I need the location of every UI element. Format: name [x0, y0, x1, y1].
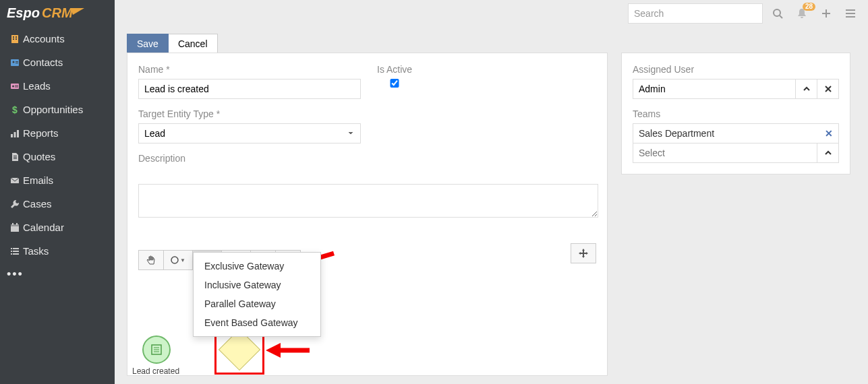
quick-create-icon[interactable] [817, 4, 836, 23]
svg-rect-10 [16, 63, 18, 63]
sidebar-item-accounts[interactable]: Accounts [0, 27, 115, 51]
svg-rect-2 [11, 35, 18, 43]
sidebar-item-tasks[interactable]: Tasks [0, 239, 115, 263]
sidebar-item-label: Quotes [23, 151, 108, 162]
sidebar-item-calendar[interactable]: Calendar [0, 216, 115, 239]
svg-rect-13 [15, 85, 18, 86]
sidebar-item-reports[interactable]: Reports [0, 121, 115, 145]
sidebar: EspoCRM AccountsContactsLeads$Opportunit… [0, 0, 115, 384]
svg-rect-3 [13, 36, 14, 38]
svg-rect-4 [16, 36, 17, 38]
bpmn-start-event-label: Lead created [132, 366, 179, 376]
action-bar: Save Cancel [127, 34, 218, 54]
menu-exclusive-gateway[interactable]: Exclusive Gateway [194, 257, 320, 276]
teams-select-button[interactable] [817, 143, 839, 163]
save-button[interactable]: Save [127, 34, 169, 54]
tasks-icon [7, 247, 23, 256]
svg-rect-16 [11, 134, 13, 137]
sidebar-item-opportunities[interactable]: $Opportunities [0, 98, 115, 121]
global-search-input[interactable] [628, 3, 763, 24]
wrench-icon [7, 199, 23, 209]
sidebar-item-label: Cases [23, 198, 108, 210]
id-card-icon [7, 58, 23, 67]
svg-rect-18 [17, 130, 19, 137]
svg-rect-24 [11, 224, 19, 226]
svg-rect-11 [11, 84, 19, 89]
name-label: Name * [138, 64, 361, 75]
tool-move-canvas[interactable] [571, 243, 596, 263]
teams-select-input[interactable] [633, 143, 817, 163]
svg-text:$: $ [12, 105, 18, 115]
app-logo[interactable]: EspoCRM [0, 0, 115, 27]
assigned-user-clear-button[interactable] [817, 79, 839, 99]
svg-rect-5 [13, 38, 14, 40]
sidebar-item-leads[interactable]: Leads [0, 74, 115, 98]
assigned-user-label: Assigned User [633, 64, 839, 75]
bpmn-start-event[interactable] [142, 335, 171, 364]
target-entity-label: Target Entity Type * [138, 108, 361, 119]
team-chip-remove[interactable]: ✕ [825, 128, 833, 139]
svg-rect-25 [12, 223, 13, 225]
sidebar-item-label: Reports [23, 127, 108, 139]
sidebar-item-label: Leads [23, 80, 108, 92]
svg-point-40 [171, 257, 178, 263]
sidebar-item-label: Tasks [23, 245, 108, 257]
gateway-dropdown-menu: Exclusive Gateway Inclusive Gateway Para… [193, 252, 321, 337]
svg-rect-31 [11, 253, 12, 255]
chart-icon [7, 129, 23, 138]
svg-text:CRM: CRM [42, 5, 74, 20]
topbar: 28 [115, 0, 868, 27]
team-chip: Sales Department ✕ [633, 123, 839, 143]
description-label: Description [138, 153, 596, 164]
badge-icon [7, 82, 23, 91]
menu-inclusive-gateway[interactable]: Inclusive Gateway [194, 276, 320, 294]
teams-label: Teams [633, 108, 839, 119]
svg-rect-6 [16, 38, 17, 40]
svg-rect-30 [13, 251, 19, 252]
search-icon[interactable] [768, 4, 787, 23]
is-active-checkbox[interactable] [377, 79, 412, 88]
target-entity-select[interactable]: Lead [138, 123, 361, 143]
envelope-icon [7, 176, 23, 185]
svg-rect-19 [13, 156, 17, 156]
side-panel: Assigned User Teams Sales Department ✕ [621, 53, 850, 174]
notifications-icon[interactable]: 28 [792, 4, 811, 23]
description-textarea[interactable] [138, 184, 598, 218]
sidebar-more[interactable]: ••• [0, 263, 115, 286]
svg-rect-14 [15, 86, 18, 87]
svg-rect-29 [11, 251, 12, 252]
sidebar-item-emails[interactable]: Emails [0, 168, 115, 192]
svg-rect-26 [16, 223, 18, 225]
cancel-button[interactable]: Cancel [169, 34, 218, 54]
menu-event-based-gateway[interactable]: Event Based Gateway [194, 313, 320, 332]
sidebar-item-label: Contacts [23, 57, 108, 68]
svg-line-34 [780, 15, 782, 18]
sidebar-item-label: Calendar [23, 222, 108, 233]
svg-point-33 [774, 9, 780, 16]
assigned-user-select-button[interactable] [796, 79, 817, 99]
sidebar-item-cases[interactable]: Cases [0, 192, 115, 216]
menu-icon[interactable] [841, 4, 860, 23]
tool-hand[interactable] [138, 250, 164, 270]
svg-point-12 [12, 85, 14, 87]
svg-rect-20 [13, 157, 17, 158]
svg-text:Espo: Espo [7, 5, 40, 20]
dollar-icon: $ [7, 105, 23, 115]
sidebar-item-label: Opportunities [23, 104, 108, 115]
menu-parallel-gateway[interactable]: Parallel Gateway [194, 294, 320, 313]
notification-badge: 28 [803, 3, 815, 11]
svg-rect-9 [16, 61, 18, 62]
assigned-user-input[interactable] [633, 79, 796, 99]
svg-point-8 [13, 61, 15, 63]
tool-event[interactable]: ▼ [163, 250, 193, 270]
name-input[interactable] [138, 79, 361, 99]
svg-rect-27 [11, 248, 12, 249]
svg-rect-17 [14, 132, 16, 137]
svg-rect-21 [13, 158, 17, 159]
calendar-icon [7, 223, 23, 232]
svg-rect-32 [13, 253, 19, 255]
sidebar-item-contacts[interactable]: Contacts [0, 51, 115, 74]
team-chip-label: Sales Department [639, 128, 825, 139]
building-icon [7, 34, 23, 44]
sidebar-item-quotes[interactable]: Quotes [0, 145, 115, 168]
